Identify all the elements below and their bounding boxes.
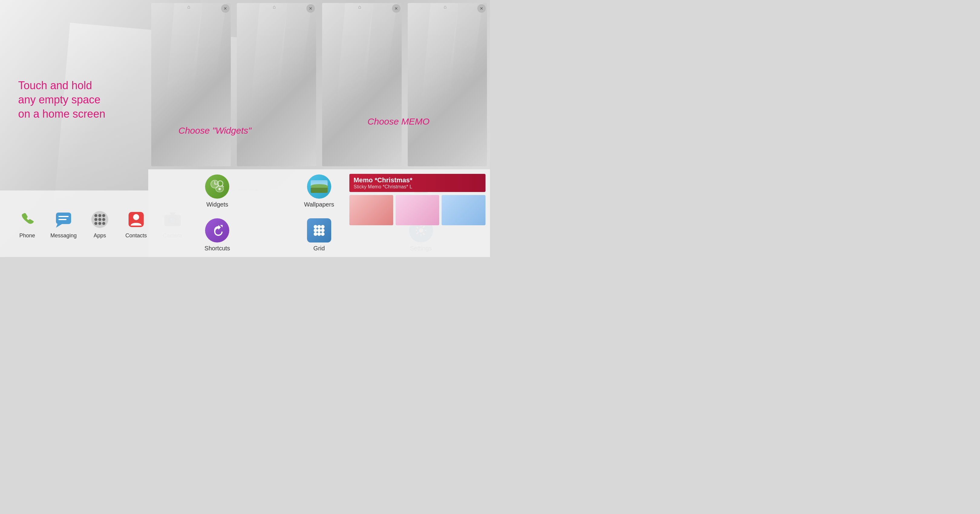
panel-4: ✕ ⌂ bbox=[405, 0, 490, 169]
apps-label: Apps bbox=[94, 233, 106, 239]
grid-icon bbox=[307, 218, 331, 243]
instruction-line1: Touch and hold bbox=[18, 79, 105, 93]
panel-screen-2 bbox=[237, 3, 317, 166]
panel-home-icon-1: ⌂ bbox=[187, 4, 194, 10]
phone-icon bbox=[17, 209, 38, 230]
phone-svg bbox=[19, 211, 36, 228]
apps-svg bbox=[91, 211, 109, 228]
panel-screen-1 bbox=[151, 3, 231, 166]
svg-rect-0 bbox=[56, 213, 71, 224]
svg-point-35 bbox=[321, 225, 325, 228]
shortcuts-svg bbox=[209, 222, 225, 238]
widgets-icon bbox=[205, 175, 229, 199]
apps-icon bbox=[89, 209, 110, 230]
wallpapers-ground bbox=[311, 188, 328, 193]
svg-point-15 bbox=[133, 214, 139, 220]
messaging-label: Messaging bbox=[50, 233, 76, 239]
contacts-svg bbox=[127, 211, 145, 228]
instruction-line3: on a home screen bbox=[18, 107, 105, 121]
wallpapers-icon bbox=[307, 175, 331, 199]
dock-item-apps[interactable]: Apps bbox=[82, 209, 118, 239]
instruction-line2: any empty space bbox=[18, 93, 105, 107]
contacts-icon bbox=[126, 209, 147, 230]
svg-point-33 bbox=[313, 225, 317, 228]
choose-memo-annotation: Choose MEMO bbox=[368, 116, 430, 127]
messaging-svg bbox=[54, 211, 73, 228]
svg-point-29 bbox=[219, 188, 221, 190]
choose-widgets-text: Choose "Widgets" bbox=[178, 125, 251, 135]
svg-point-5 bbox=[94, 214, 97, 217]
svg-point-38 bbox=[321, 228, 325, 232]
panel-close-1[interactable]: ✕ bbox=[221, 4, 229, 13]
menu-item-wallpapers[interactable]: Wallpapers bbox=[298, 175, 340, 208]
dock-item-messaging[interactable]: Messaging bbox=[45, 209, 82, 239]
menu-item-shortcuts[interactable]: Shortcuts bbox=[196, 218, 239, 252]
phone-label: Phone bbox=[19, 233, 35, 239]
svg-point-37 bbox=[317, 228, 321, 232]
memo-christmas-widget: Memo *Christmas* Sticky Memo *Christmas*… bbox=[349, 174, 485, 192]
shortcuts-icon bbox=[205, 218, 229, 243]
svg-point-7 bbox=[102, 214, 105, 217]
memo-christmas-title: Memo *Christmas* bbox=[353, 176, 481, 184]
dock-item-phone[interactable]: Phone bbox=[9, 209, 45, 239]
menu-item-widgets[interactable]: Widgets bbox=[196, 175, 239, 208]
menu-item-grid[interactable]: Grid bbox=[298, 218, 340, 252]
memo-thumb-2 bbox=[396, 195, 439, 225]
instruction-text: Touch and hold any empty space on a home… bbox=[18, 79, 105, 121]
choose-widgets-annotation: Choose "Widgets" bbox=[178, 125, 251, 136]
memo-thumb-1 bbox=[349, 195, 393, 225]
svg-point-36 bbox=[313, 228, 317, 232]
shortcuts-label: Shortcuts bbox=[204, 245, 230, 252]
panel-close-4[interactable]: ✕ bbox=[477, 4, 486, 13]
memo-thumb-3 bbox=[442, 195, 485, 225]
panel-home-icon-4: ⌂ bbox=[444, 4, 451, 10]
svg-point-40 bbox=[317, 232, 321, 236]
svg-point-12 bbox=[98, 222, 101, 225]
memo-christmas-subtitle: Sticky Memo *Christmas* L bbox=[353, 184, 481, 190]
svg-marker-1 bbox=[56, 224, 62, 228]
svg-point-8 bbox=[94, 218, 97, 221]
memo-item-christmas[interactable]: Memo *Christmas* Sticky Memo *Christmas*… bbox=[349, 174, 485, 192]
panel-home-icon-2: ⌂ bbox=[273, 4, 280, 10]
svg-point-9 bbox=[98, 218, 101, 221]
wallpapers-inner bbox=[311, 180, 328, 193]
svg-point-11 bbox=[94, 222, 97, 225]
panel-screen-3 bbox=[322, 3, 402, 166]
grid-label: Grid bbox=[313, 245, 325, 252]
panel-1: ✕ ⌂ bbox=[148, 0, 234, 169]
wallpapers-label: Wallpapers bbox=[304, 201, 334, 208]
svg-point-34 bbox=[317, 225, 321, 228]
panel-close-2[interactable]: ✕ bbox=[306, 4, 315, 13]
choose-memo-text: Choose MEMO bbox=[368, 116, 430, 126]
widgets-svg bbox=[209, 178, 226, 195]
panel-close-3[interactable]: ✕ bbox=[392, 4, 401, 13]
panel-screen-4 bbox=[408, 3, 487, 166]
panel-2: ✕ ⌂ bbox=[234, 0, 320, 169]
contacts-label: Contacts bbox=[125, 233, 147, 239]
panel-3: ✕ ⌂ bbox=[319, 0, 405, 169]
memo-thumbnails bbox=[349, 195, 485, 225]
svg-point-10 bbox=[102, 218, 105, 221]
grid-svg bbox=[311, 222, 327, 238]
svg-point-41 bbox=[321, 232, 325, 236]
messaging-icon bbox=[53, 209, 74, 230]
panels-area: ✕ ⌂ ✕ ⌂ ✕ ⌂ ✕ ⌂ bbox=[148, 0, 490, 169]
wallpapers-hills bbox=[311, 184, 328, 188]
svg-point-39 bbox=[313, 232, 317, 236]
svg-point-13 bbox=[102, 222, 105, 225]
svg-marker-32 bbox=[220, 225, 223, 227]
memo-preview-area: Memo *Christmas* Sticky Memo *Christmas*… bbox=[345, 169, 490, 257]
svg-point-6 bbox=[98, 214, 101, 217]
widgets-label: Widgets bbox=[206, 201, 228, 208]
panel-home-icon-3: ⌂ bbox=[358, 4, 365, 10]
